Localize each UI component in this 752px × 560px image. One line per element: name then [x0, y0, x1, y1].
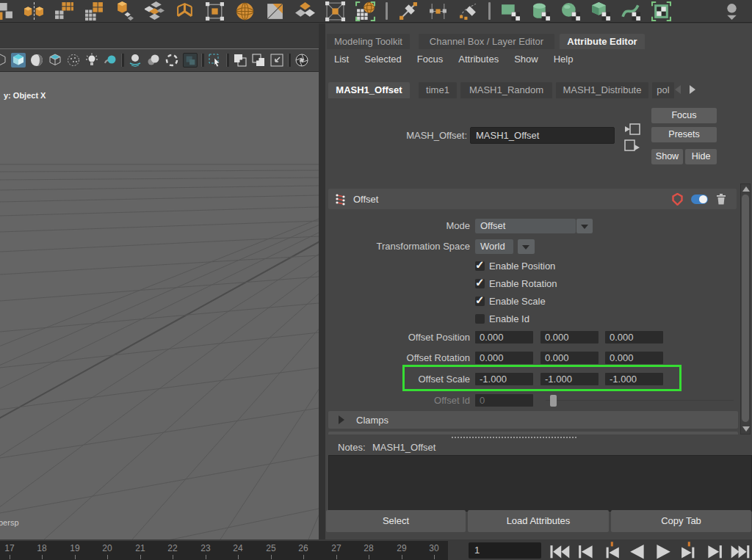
ground-shadow-icon[interactable]	[128, 53, 142, 68]
dashed-circle-icon[interactable]	[164, 53, 179, 68]
node-tab-mash1-offset[interactable]: MASH1_Offset	[328, 82, 410, 98]
red-shield-icon[interactable]	[672, 193, 683, 206]
select-button[interactable]: Select	[326, 510, 466, 532]
mode-dropdown-arrow-icon[interactable]	[576, 219, 593, 233]
menu-selected[interactable]: Selected	[364, 54, 402, 65]
clamps-section-header[interactable]: Clamps	[328, 411, 738, 429]
menu-attributes[interactable]: Attributes	[458, 54, 499, 65]
scroll-down-icon[interactable]	[742, 426, 750, 432]
mode-dropdown[interactable]: Offset	[475, 219, 576, 233]
wireframe-sphere-icon[interactable]	[235, 1, 255, 21]
tab-modeling-toolkit[interactable]: Modeling Toolkit	[327, 34, 410, 49]
offset-rotation-z-field[interactable]: 0.000	[605, 352, 663, 364]
aperture-icon[interactable]	[294, 53, 309, 68]
color-swatch-icon[interactable]	[183, 53, 198, 68]
copy-attr-out-icon[interactable]	[624, 138, 640, 153]
scroll-up-icon[interactable]	[742, 186, 750, 192]
wireframe-cube-icon[interactable]	[48, 53, 62, 68]
grid-clone-icon[interactable]	[54, 1, 74, 21]
offset-section-header[interactable]: Offset	[328, 189, 737, 209]
enable-rotation-checkbox[interactable]	[475, 279, 485, 288]
play-forwards-button[interactable]	[651, 541, 675, 559]
offset-position-y-field[interactable]: 0.000	[540, 331, 599, 343]
crossframe-icon[interactable]	[325, 1, 345, 21]
isolate-view-icon[interactable]	[251, 53, 266, 68]
isolate-select-icon[interactable]	[233, 53, 247, 68]
clipped-cube-icon[interactable]	[0, 53, 7, 68]
panel-divider[interactable]	[319, 23, 325, 539]
poly-sphere-icon[interactable]	[561, 1, 581, 21]
node-name-input[interactable]	[470, 127, 615, 144]
focus-button[interactable]: Focus	[651, 108, 717, 123]
offset-rotation-y-field[interactable]: 0.000	[540, 352, 599, 364]
cube-scatter-icon[interactable]	[115, 1, 134, 21]
lights-icon[interactable]	[84, 53, 99, 68]
dotted-sphere-icon[interactable]	[66, 53, 81, 68]
duplicate-squares-icon[interactable]	[0, 1, 14, 21]
scrollbar-thumb[interactable]	[742, 194, 749, 422]
split-square-icon[interactable]	[265, 1, 285, 21]
node-tab-pol[interactable]: pol	[652, 82, 674, 98]
transformation-space-arrow-icon[interactable]	[518, 239, 535, 254]
current-frame-field[interactable]: 1	[469, 542, 541, 559]
tab-channel-box[interactable]: Channel Box / Layer Editor	[419, 34, 554, 49]
offset-rotation-x-field[interactable]: 0.000	[475, 352, 533, 364]
offset-position-z-field[interactable]: 0.000	[605, 331, 663, 343]
node-tab-mash1-distribute[interactable]: MASH1_Distribute	[556, 82, 648, 98]
copy-tab-button[interactable]: Copy Tab	[611, 510, 751, 532]
mash-network-icon[interactable]	[355, 1, 375, 21]
mirror-geometry-icon[interactable]	[24, 1, 44, 21]
sheet-stack-icon[interactable]	[145, 1, 164, 21]
step-forward-frame-button[interactable]	[677, 541, 701, 559]
copy-attr-in-icon[interactable]	[624, 122, 640, 137]
shaded-cube-icon[interactable]	[11, 53, 26, 68]
tab-attribute-editor[interactable]: Attribute Editor	[560, 34, 645, 49]
node-tab-time1[interactable]: time1	[419, 82, 457, 98]
step-back-frame-button[interactable]	[600, 541, 623, 559]
attribute-scrollbar[interactable]	[740, 183, 751, 434]
menu-focus[interactable]: Focus	[417, 54, 443, 65]
load-attributes-button[interactable]: Load Attributes	[468, 510, 609, 532]
edit-points-icon[interactable]	[428, 1, 448, 21]
curve-pen-icon[interactable]	[398, 1, 418, 21]
transformation-space-dropdown[interactable]: World	[475, 239, 513, 254]
tab-scroll-right-icon[interactable]	[690, 85, 695, 94]
poly-cylinder-icon[interactable]	[531, 1, 551, 21]
show-button[interactable]: Show	[651, 149, 683, 164]
shelf-overflow-icon[interactable]	[722, 1, 742, 21]
notes-splitter-handle[interactable]	[452, 437, 576, 438]
textured-sphere-icon[interactable]	[29, 53, 44, 68]
enable-position-checkbox[interactable]	[475, 261, 485, 271]
notes-textarea[interactable]	[328, 455, 752, 512]
open-cube-icon[interactable]	[175, 1, 195, 21]
screen-grab-icon[interactable]	[270, 53, 284, 68]
diamond-stack-icon[interactable]	[295, 1, 315, 21]
node-tab-mash1-random[interactable]: MASH1_Random	[460, 82, 552, 98]
hide-button[interactable]: Hide	[685, 149, 717, 164]
motion-blur-icon[interactable]	[146, 53, 161, 68]
step-forward-key-button[interactable]	[703, 541, 726, 559]
menu-show[interactable]: Show	[514, 54, 538, 65]
viewport-canvas[interactable]: y: Object X persp	[0, 72, 319, 539]
offset-position-x-field[interactable]: 0.000	[475, 331, 533, 343]
menu-list[interactable]: List	[334, 54, 349, 65]
marquee-select-icon[interactable]	[208, 53, 223, 68]
tab-scroll-left-icon[interactable]	[675, 85, 681, 94]
menu-help[interactable]: Help	[554, 54, 574, 65]
go-to-end-button[interactable]	[728, 541, 752, 559]
node-enable-toggle[interactable]	[691, 194, 708, 204]
checker-swatch-icon[interactable]	[651, 1, 671, 21]
poly-curve-icon[interactable]	[621, 1, 641, 21]
point-pen-icon[interactable]	[458, 1, 478, 21]
enable-scale-checkbox[interactable]	[475, 297, 485, 306]
grid-array-icon[interactable]	[84, 1, 104, 21]
time-slider[interactable]: 17 18 19 20 21 22 23 24 25 26 27 28 29 3…	[0, 541, 448, 560]
go-to-start-button[interactable]	[549, 541, 572, 559]
presets-button[interactable]: Presets	[651, 127, 717, 142]
enable-id-checkbox[interactable]	[475, 314, 485, 324]
poly-plane-icon[interactable]	[501, 1, 521, 21]
transform-handles-icon[interactable]	[205, 1, 225, 21]
poly-cube-icon[interactable]	[591, 1, 611, 21]
play-backwards-button[interactable]	[626, 541, 649, 559]
shadows-icon[interactable]	[103, 53, 118, 68]
